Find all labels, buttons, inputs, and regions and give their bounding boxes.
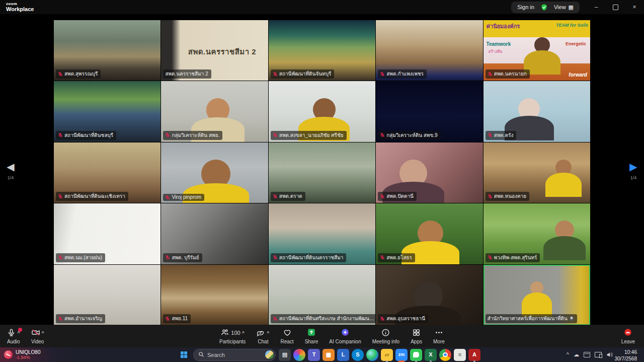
- excel-app-icon[interactable]: X: [425, 349, 437, 361]
- participant-tile[interactable]: สพด.ปัตตานี: [376, 142, 482, 203]
- more-ellipsis-icon: [435, 328, 443, 338]
- stock-change: -1.94%: [16, 355, 40, 360]
- participant-name-label: สพย.11: [172, 315, 188, 322]
- muted-mic-icon: [165, 195, 170, 200]
- participant-tile[interactable]: สพด. บุรีรัมย์: [161, 203, 268, 264]
- person-silhouette: [543, 221, 586, 264]
- participant-tile[interactable]: สพด.ตราด: [269, 142, 375, 203]
- participant-tile[interactable]: สพด.สงขลา_นายอภิชัย ศรีชัย: [269, 81, 375, 141]
- more-button[interactable]: More: [431, 327, 447, 345]
- microphone-icon: [7, 328, 16, 338]
- meeting-info-button[interactable]: Meeting info: [370, 327, 401, 345]
- teams-app-icon[interactable]: T: [308, 349, 320, 361]
- participant-tile[interactable]: พวงทิพ-สพด.สุรินทร์: [484, 203, 590, 264]
- participant-tile[interactable]: ค่านิยมองค์กรTEAM for SoilsTeamworkสร้าง…: [484, 20, 590, 81]
- onedrive-cloud-icon[interactable]: ☁: [574, 352, 579, 357]
- participant-tile[interactable]: สพด.ยโสธร: [376, 203, 482, 264]
- muted-mic-icon: [380, 255, 385, 260]
- participants-button[interactable]: 100 ^ Participants: [217, 327, 248, 345]
- participant-name-label: สพด.นครนายก: [494, 70, 527, 78]
- search-highlight-thumbnail[interactable]: [265, 350, 274, 359]
- l-app-icon[interactable]: L: [337, 349, 349, 361]
- muted-mic-icon: [58, 316, 63, 321]
- participant-tile[interactable]: สถานีพัฒนาที่ดินชลบุรี: [54, 81, 160, 141]
- audio-button[interactable]: ^ Audio: [5, 327, 22, 345]
- share-button[interactable]: Share: [303, 327, 320, 345]
- window-controls: – ×: [587, 0, 644, 14]
- participant-tile[interactable]: สถานีพัฒนาที่ดินฉะเชิงเทรา: [54, 142, 160, 203]
- hidden-icons-caret[interactable]: ^: [567, 352, 569, 357]
- minimize-button[interactable]: –: [587, 0, 606, 14]
- participant-tile[interactable]: สถานีพัฒนาที่ดินจันทบุรี: [269, 20, 375, 81]
- apps-button[interactable]: Apps: [409, 327, 424, 345]
- participant-name-tag: สพด.นครราชสีมา 2: [163, 69, 211, 79]
- participant-tile[interactable]: สพด.หนองคาย: [484, 142, 590, 203]
- participants-options-caret[interactable]: ^: [242, 331, 245, 335]
- participant-tile[interactable]: สพด.อุบลราชธานี: [376, 265, 482, 325]
- stock-widget-icon: [4, 350, 13, 359]
- file-explorer-icon[interactable]: ▱: [381, 349, 393, 361]
- participant-tile[interactable]: สพด.นครราชสีมา 2 สพด.นครราชสีมา 2: [161, 20, 268, 81]
- previous-page-button[interactable]: ◀ 1/4: [2, 161, 19, 180]
- muted-mic-icon: [58, 71, 63, 77]
- dice-app-icon[interactable]: ▦: [323, 349, 335, 361]
- participant-name-tag: สถานีพัฒนาที่ดินชลบุรี: [56, 131, 116, 140]
- participant-name-label: สพด.นครราชสีมา 2: [165, 70, 208, 78]
- video-button[interactable]: ^ Video: [29, 327, 46, 345]
- participant-tile[interactable]: สถานีพัฒนาที่ดินศรีสะเกษ สำนักงานพัฒนาที…: [269, 265, 375, 325]
- skype-app-icon[interactable]: S: [352, 349, 364, 361]
- cast-screen-icon[interactable]: [595, 352, 602, 357]
- participant-name-tag: สถานีพัฒนาที่ดินนครราชสีมา: [271, 253, 347, 262]
- leave-button[interactable]: Leave: [619, 327, 637, 345]
- participant-tile[interactable]: สถานีพัฒนาที่ดินนครราชสีมา: [269, 203, 375, 264]
- participant-tile[interactable]: สพย.11: [161, 265, 268, 325]
- view-button[interactable]: View ▦: [554, 4, 574, 11]
- photos-app-icon[interactable]: [293, 349, 305, 361]
- edge-app-icon[interactable]: [366, 349, 378, 361]
- security-shield-icon[interactable]: [540, 4, 548, 11]
- next-page-button[interactable]: ▶ 1/4: [625, 161, 642, 180]
- participant-tile[interactable]: สพด.สุพรรณบุรี: [54, 20, 160, 81]
- participant-name-tag: สำนักวิทยาศาสตร์เพื่อการพัฒนาที่ดิน: [486, 314, 577, 323]
- participant-tile[interactable]: กลุ่มวิเคราะห์ดิน สพย.: [161, 81, 268, 141]
- participant-name-label: สพด.กำแพงเพชร: [386, 70, 424, 78]
- gallery-grid-icon: ▦: [569, 4, 574, 11]
- chat-button[interactable]: ^ Chat: [255, 327, 271, 345]
- participant-tile[interactable]: สพด.ตรัง: [484, 81, 590, 141]
- participant-tile[interactable]: สพด.นม.(สายฝน): [54, 203, 160, 264]
- participant-tile[interactable]: กลุ่มวิเคราะห์ดิน สพข.9: [376, 81, 482, 141]
- participant-tile[interactable]: สพด.อำนาจเจริญ: [54, 265, 160, 325]
- react-button[interactable]: React: [279, 327, 296, 345]
- muted-mic-icon: [58, 132, 63, 137]
- stocks-widget[interactable]: UNIQLO80 -1.94%: [0, 347, 75, 362]
- chrome-app-icon[interactable]: [439, 349, 451, 361]
- line-app-icon[interactable]: [410, 349, 422, 361]
- view-label: View: [554, 4, 566, 10]
- sign-in-button[interactable]: Sign in: [517, 4, 534, 10]
- active-app-indicator: [398, 360, 405, 362]
- input-indicator-icon[interactable]: [584, 352, 590, 357]
- close-button[interactable]: ×: [625, 0, 644, 14]
- restore-button[interactable]: [606, 0, 625, 14]
- notepad-app-icon[interactable]: ≡: [454, 349, 466, 361]
- participant-tile[interactable]: สำนักวิทยาศาสตร์เพื่อการพัฒนาที่ดิน: [484, 265, 590, 325]
- search-box[interactable]: Search: [193, 349, 276, 361]
- taskbar-clock[interactable]: 10:46 30/7/2568: [612, 349, 640, 362]
- logo-zoom-text: zoom: [6, 2, 34, 6]
- participant-tile[interactable]: Viroj pinprom: [161, 142, 268, 203]
- acrobat-app-icon[interactable]: A: [468, 349, 480, 361]
- video-options-caret[interactable]: ^: [42, 331, 44, 335]
- start-button[interactable]: [177, 349, 190, 361]
- apps-grid-icon: [412, 328, 421, 338]
- chat-options-caret[interactable]: ^: [267, 331, 269, 335]
- participant-name-tag: สพด.สุพรรณบุรี: [56, 69, 101, 79]
- toolbar-left-group: ^ Audio ^ Video: [5, 325, 46, 347]
- muted-mic-icon: [58, 194, 63, 199]
- participant-name-tag: สพด.หนองคาย: [486, 192, 529, 201]
- ai-companion-button[interactable]: AI Companion: [327, 327, 363, 345]
- muted-mic-icon: [488, 194, 493, 199]
- participant-name-tag: สพด.กำแพงเพชร: [378, 69, 427, 79]
- zoom-app-icon[interactable]: zm: [395, 349, 408, 361]
- package-app-icon[interactable]: ▤: [279, 349, 291, 361]
- participant-tile[interactable]: สพด.กำแพงเพชร: [376, 20, 482, 81]
